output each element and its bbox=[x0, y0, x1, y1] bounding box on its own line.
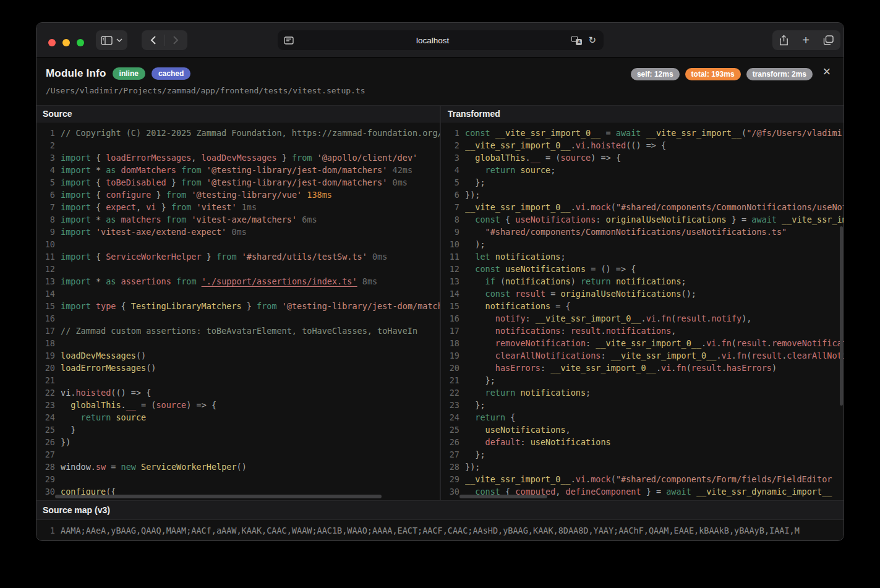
module-link[interactable]: './support/assertions/index.ts' bbox=[202, 276, 357, 286]
reload-icon[interactable]: ↻ bbox=[588, 35, 596, 46]
sourcemap-row: 1 AAMA;AAeA,yBAAG,QAAQ,MAAM;AACf,aAAW,KA… bbox=[36, 520, 844, 541]
line-number: 21 bbox=[36, 374, 55, 386]
sidebar-toggle-button[interactable] bbox=[96, 30, 127, 50]
line-number: 3 bbox=[441, 151, 459, 164]
code-line: 6import { configure } from '@testing-lib… bbox=[36, 189, 440, 201]
line-number: 12 bbox=[441, 263, 459, 275]
line-number: 25 bbox=[441, 424, 459, 436]
code-text: notifications = { bbox=[465, 300, 844, 312]
code-text bbox=[61, 238, 440, 250]
sourcemap-title: Source map (v3) bbox=[43, 505, 110, 515]
code-line: 19loadDevMessages() bbox=[36, 349, 440, 362]
line-number: 8 bbox=[36, 213, 55, 226]
code-line: 20 hasErrors: __vite_ssr_import_0__.vi.f… bbox=[441, 362, 844, 374]
line-number: 30 bbox=[441, 485, 459, 498]
code-text: default: useNotifications bbox=[465, 436, 844, 448]
code-line: 26 default: useNotifications bbox=[441, 436, 844, 448]
code-line: 22vi.hoisted(() => { bbox=[36, 386, 440, 399]
code-line: 22 return notifications; bbox=[441, 386, 844, 399]
line-number: 4 bbox=[441, 164, 459, 176]
line-number: 27 bbox=[441, 448, 459, 461]
line-number: 17 bbox=[441, 325, 459, 337]
source-panel-title: Source bbox=[43, 109, 72, 119]
line-number: 29 bbox=[36, 473, 55, 485]
code-line: 29 bbox=[36, 473, 440, 485]
page-settings-icon[interactable] bbox=[284, 36, 294, 45]
code-line: 5 }; bbox=[441, 176, 844, 189]
code-text: if (notifications) return notifications; bbox=[465, 275, 844, 288]
close-icon[interactable]: × bbox=[819, 64, 835, 80]
nav-buttons bbox=[142, 30, 187, 50]
code-line: 23 globalThis.__ = (source) => { bbox=[36, 399, 440, 411]
sourcemap-mappings: AAMA;AAeA,yBAAG,QAAQ,MAAM;AACf,aAAW,KAAK… bbox=[61, 524, 844, 537]
code-text: let notifications; bbox=[465, 250, 844, 263]
code-text bbox=[61, 312, 440, 325]
code-text: return source; bbox=[465, 164, 844, 176]
code-text: import { configure } from '@testing-libr… bbox=[61, 189, 440, 201]
line-number: 21 bbox=[441, 374, 459, 386]
browser-window: localhost A ↻ + bbox=[36, 22, 844, 541]
code-line: 25 useNotifications, bbox=[441, 424, 844, 436]
minimize-window-button[interactable] bbox=[62, 39, 70, 46]
line-number: 29 bbox=[441, 473, 459, 485]
code-text: // Zammad custom assertions: toBeAvatarE… bbox=[61, 325, 440, 337]
module-file-path: /Users/vladimir/Projects/zammad/app/fron… bbox=[46, 86, 365, 95]
cached-badge: cached bbox=[152, 67, 190, 80]
source-horizontal-scrollbar[interactable] bbox=[55, 495, 382, 498]
browser-toolbar: localhost A ↻ + bbox=[36, 23, 844, 58]
code-line: 4 return source; bbox=[441, 164, 844, 176]
tab-overview-icon[interactable] bbox=[823, 35, 834, 45]
page-title: Module Info bbox=[46, 67, 106, 80]
line-number: 17 bbox=[36, 325, 55, 337]
line-number: 7 bbox=[441, 201, 459, 213]
share-icon[interactable] bbox=[779, 35, 788, 46]
code-line: 15 notifications = { bbox=[441, 300, 844, 312]
code-line: 3import { loadErrorMessages, loadDevMess… bbox=[36, 151, 440, 164]
code-line: 8import * as matchers from 'vitest-axe/m… bbox=[36, 213, 440, 226]
back-button[interactable] bbox=[142, 30, 164, 50]
code-line: 18 bbox=[36, 337, 440, 349]
address-bar[interactable]: localhost A ↻ bbox=[278, 30, 604, 50]
line-number: 28 bbox=[36, 461, 55, 473]
code-line: 4import * as domMatchers from '@testing-… bbox=[36, 164, 440, 176]
code-text: } bbox=[61, 424, 440, 436]
line-number: 13 bbox=[36, 275, 55, 288]
line-number: 2 bbox=[36, 139, 55, 151]
close-window-button[interactable] bbox=[48, 39, 56, 46]
module-info-header: Module Info inline cached /Users/vladimi… bbox=[36, 58, 844, 105]
code-line: 20loadErrorMessages() bbox=[36, 362, 440, 374]
new-tab-icon[interactable]: + bbox=[802, 33, 810, 48]
line-number: 1 bbox=[441, 127, 459, 139]
line-number: 26 bbox=[441, 436, 459, 448]
line-number: 5 bbox=[36, 176, 55, 189]
source-code-panel: 1// Copyright (C) 2012-2025 Zammad Found… bbox=[36, 122, 440, 500]
zoom-window-button[interactable] bbox=[77, 39, 84, 46]
code-text: useNotifications, bbox=[465, 424, 844, 436]
code-line: 11import { ServiceWorkerHelper } from '#… bbox=[36, 250, 440, 263]
code-line: 25 } bbox=[36, 424, 440, 436]
code-line: 1const __vite_ssr_import_0__ = await __v… bbox=[441, 127, 844, 139]
translate-icon[interactable]: A bbox=[571, 36, 582, 45]
code-line: 6}); bbox=[441, 189, 844, 201]
forward-button[interactable] bbox=[164, 30, 187, 50]
vertical-scrollbar[interactable] bbox=[840, 226, 843, 406]
code-text: hasErrors: __vite_ssr_import_0__.vi.fn(r… bbox=[465, 362, 844, 374]
transformed-horizontal-scrollbar[interactable] bbox=[459, 495, 547, 498]
line-number: 8 bbox=[441, 213, 459, 226]
code-line: 1// Copyright (C) 2012-2025 Zammad Found… bbox=[36, 127, 440, 139]
code-line: 21 }; bbox=[441, 374, 844, 386]
toolbar-right-buttons: + bbox=[772, 30, 840, 50]
code-text: return notifications; bbox=[465, 386, 844, 399]
code-text: const result = originalUseNotifications(… bbox=[465, 288, 844, 300]
line-number: 10 bbox=[36, 238, 55, 250]
line-number: 4 bbox=[36, 164, 55, 176]
code-line: 17 notifications: result.notifications, bbox=[441, 325, 844, 337]
code-line: 23 }; bbox=[441, 399, 844, 411]
code-text: __vite_ssr_import_0__.vi.mock("#shared/c… bbox=[465, 201, 844, 213]
code-text bbox=[61, 288, 440, 300]
line-number: 26 bbox=[36, 436, 55, 448]
code-text: import 'vitest-axe/extend-expect' 0ms bbox=[61, 226, 440, 238]
code-text: import { loadErrorMessages, loadDevMessa… bbox=[61, 151, 440, 164]
code-line: 10 ); bbox=[441, 238, 844, 250]
code-line: 12 const useNotifications = () => { bbox=[441, 263, 844, 275]
